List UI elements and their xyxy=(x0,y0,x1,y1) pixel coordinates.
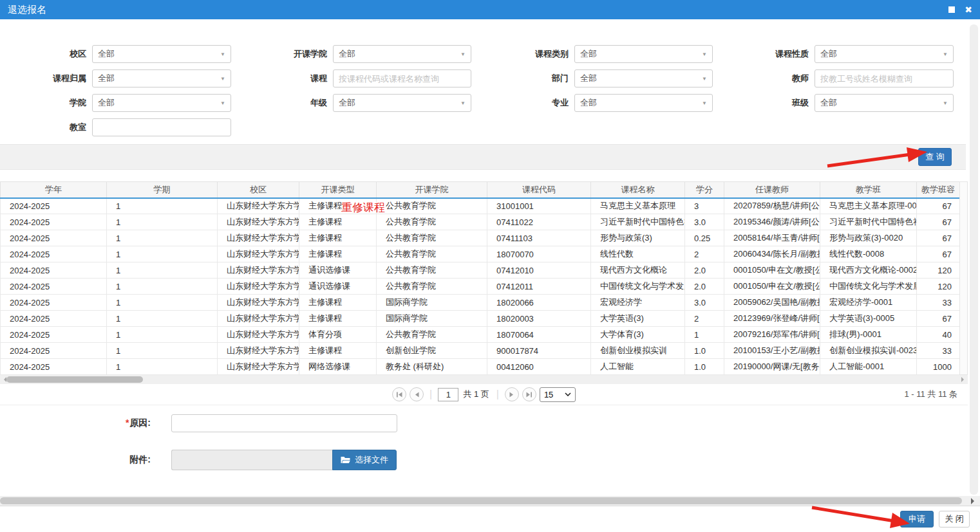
cell[interactable]: 公共教育学院 xyxy=(377,246,487,262)
cell[interactable]: 120 xyxy=(917,262,960,279)
cell[interactable]: 人工智能-0001 xyxy=(820,359,917,375)
class-select[interactable]: 全部▼ xyxy=(815,94,954,112)
major-select[interactable]: 全部▼ xyxy=(574,94,713,112)
table-horizontal-scrollbar[interactable] xyxy=(0,375,968,384)
cell[interactable]: 大学体育(3) xyxy=(591,327,685,343)
cell[interactable]: 山东财经大学东方学院 xyxy=(218,327,299,343)
offering-college-select[interactable]: 全部▼ xyxy=(333,45,471,63)
cell[interactable]: 1 xyxy=(107,262,218,279)
cell[interactable]: 20207859/杨慧/讲师[公共 xyxy=(724,198,820,214)
cell[interactable]: 主修课程 xyxy=(299,246,377,262)
prev-page-button[interactable] xyxy=(410,387,424,401)
course-nature-select[interactable]: 全部▼ xyxy=(815,45,954,63)
college-select[interactable]: 全部▼ xyxy=(92,94,231,112)
cell[interactable]: 67 xyxy=(917,198,960,214)
cell[interactable]: 120 xyxy=(917,279,960,295)
cell[interactable]: 山东财经大学东方学院 xyxy=(218,230,299,246)
cell[interactable]: 1 xyxy=(107,327,218,343)
cell[interactable]: 主修课程 xyxy=(299,311,377,327)
table-row[interactable]: 2024-20251山东财经大学东方学院主修课程国际商学院18020066宏观经… xyxy=(1,295,960,311)
cell[interactable]: 1 xyxy=(107,230,218,246)
cell[interactable]: 国际商学院 xyxy=(377,311,487,327)
cell[interactable]: 教务处 (科研处) xyxy=(377,359,487,375)
cell[interactable]: 习近平新时代中国特色社 xyxy=(591,214,685,230)
cell[interactable]: 1000 xyxy=(917,359,960,375)
cell[interactable]: 67 xyxy=(917,230,960,246)
dialog-hscroll-thumb[interactable] xyxy=(0,497,962,504)
cell[interactable]: 公共教育学院 xyxy=(377,214,487,230)
cell[interactable]: 0001050/申在文/教授[公 xyxy=(724,279,820,295)
teacher-search-input[interactable] xyxy=(815,69,954,87)
table-row[interactable]: 2024-20251山东财经大学东方学院通识选修课公共教育学院07412010现… xyxy=(1,262,960,279)
cell[interactable]: 31001001 xyxy=(487,198,591,214)
cell[interactable]: 2024-2025 xyxy=(1,262,107,279)
table-vertical-scrollbar[interactable] xyxy=(959,181,968,375)
query-button[interactable]: 查 询 xyxy=(918,148,952,166)
cell[interactable]: 1 xyxy=(107,279,218,295)
maximize-icon[interactable] xyxy=(948,6,955,13)
cell[interactable]: 20195346/颜涛/讲师[公共 xyxy=(724,214,820,230)
cell[interactable]: 山东财经大学东方学院 xyxy=(218,279,299,295)
cell[interactable]: 20190000/网课/无[教务处 xyxy=(724,359,820,375)
cell[interactable]: 2024-2025 xyxy=(1,311,107,327)
cell[interactable]: 体育分项 xyxy=(299,327,377,343)
table-row[interactable]: 2024-20251山东财经大学东方学院主修课程创新创业学院900017874创… xyxy=(1,343,960,359)
cell[interactable]: 山东财经大学东方学院 xyxy=(218,311,299,327)
cell[interactable]: 2024-2025 xyxy=(1,230,107,246)
cell[interactable]: 现代西方文化概论-0002 xyxy=(820,262,917,279)
cell[interactable]: 3 xyxy=(685,198,724,214)
cell[interactable]: 1.0 xyxy=(685,359,724,375)
cell[interactable]: 2024-2025 xyxy=(1,327,107,343)
cell[interactable]: 公共教育学院 xyxy=(377,262,487,279)
cell[interactable]: 形势与政策(3)-0020 xyxy=(820,230,917,246)
table-hscroll-thumb[interactable] xyxy=(6,376,143,383)
close-icon[interactable]: ✖ xyxy=(965,5,972,14)
course-search-input[interactable] xyxy=(333,69,471,87)
cell[interactable]: 0.25 xyxy=(685,230,724,246)
cell[interactable]: 07411103 xyxy=(487,230,591,246)
cell[interactable]: 山东财经大学东方学院 xyxy=(218,214,299,230)
cell[interactable]: 国际商学院 xyxy=(377,295,487,311)
cell[interactable]: 1 xyxy=(685,327,724,343)
cell[interactable]: 山东财经大学东方学院 xyxy=(218,262,299,279)
dialog-horizontal-scrollbar[interactable] xyxy=(0,496,980,506)
cell[interactable]: 18020066 xyxy=(487,295,591,311)
scroll-right-icon[interactable] xyxy=(971,498,977,504)
cell[interactable]: 900017874 xyxy=(487,343,591,359)
cell[interactable]: 2 xyxy=(685,246,724,262)
next-page-button[interactable] xyxy=(505,387,519,401)
course-attribution-select[interactable]: 全部▼ xyxy=(92,69,231,87)
reason-input[interactable] xyxy=(171,414,397,432)
cell[interactable]: 2024-2025 xyxy=(1,295,107,311)
cell[interactable]: 20058164/毕玉青/讲师[公 xyxy=(724,230,820,246)
cell[interactable]: 中国传统文化与学术发展 xyxy=(591,279,685,295)
cell[interactable]: 00412060 xyxy=(487,359,591,375)
cell[interactable]: 公共教育学院 xyxy=(377,198,487,214)
table-row[interactable]: 2024-20251山东财经大学东方学院主修课程公共教育学院18070070线性… xyxy=(1,246,960,262)
cell[interactable]: 2024-2025 xyxy=(1,198,107,214)
first-page-button[interactable] xyxy=(392,387,406,401)
cell[interactable]: 2.0 xyxy=(685,279,724,295)
cell[interactable]: 人工智能 xyxy=(591,359,685,375)
cell[interactable]: 1 xyxy=(107,246,218,262)
course-category-select[interactable]: 全部▼ xyxy=(574,45,713,63)
cell[interactable]: 创新创业模拟实训 xyxy=(591,343,685,359)
cell[interactable]: 1 xyxy=(107,295,218,311)
cell[interactable]: 大学英语(3) xyxy=(591,311,685,327)
cell[interactable]: 线性代数-0008 xyxy=(820,246,917,262)
table-row[interactable]: 2024-20251山东财经大学东方学院主修课程公共教育学院31001001马克… xyxy=(1,198,960,214)
last-page-button[interactable] xyxy=(522,387,536,401)
table-row[interactable]: 2024-20251山东财经大学东方学院主修课程公共教育学院07411022习近… xyxy=(1,214,960,230)
cell[interactable]: 主修课程 xyxy=(299,230,377,246)
cell[interactable]: 山东财经大学东方学院 xyxy=(218,295,299,311)
page-number-input[interactable] xyxy=(438,388,458,401)
cell[interactable]: 排球(男)-0001 xyxy=(820,327,917,343)
cell[interactable]: 3.0 xyxy=(685,295,724,311)
cell[interactable]: 公共教育学院 xyxy=(377,230,487,246)
cell[interactable]: 大学英语(3)-0005 xyxy=(820,311,917,327)
cell[interactable]: 公共教育学院 xyxy=(377,327,487,343)
cell[interactable]: 主修课程 xyxy=(299,214,377,230)
cell[interactable]: 1 xyxy=(107,214,218,230)
department-select[interactable]: 全部▼ xyxy=(574,69,713,87)
cell[interactable]: 20059062/吴国艳/副教授 xyxy=(724,295,820,311)
